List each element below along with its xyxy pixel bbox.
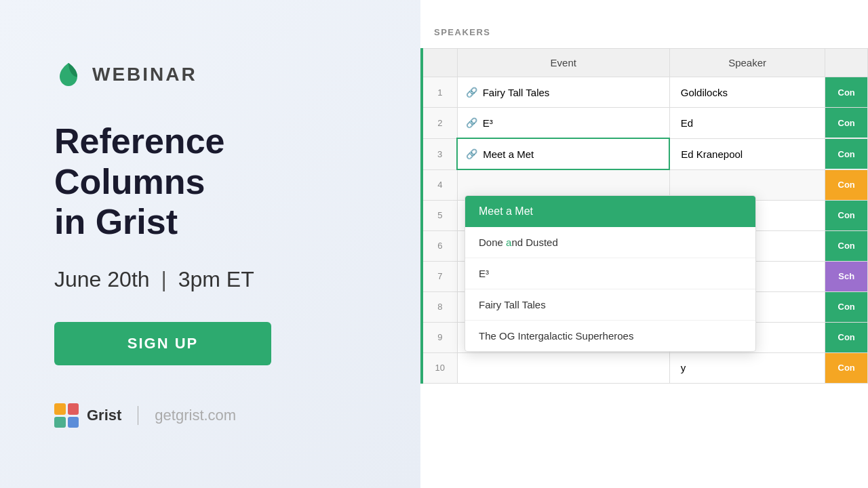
speaker-cell-10: y xyxy=(669,352,825,383)
event-text-1: Fairy Tall Tales xyxy=(483,87,550,98)
conf-cell-8: Con xyxy=(825,291,868,322)
col-header-conf xyxy=(825,49,868,77)
event-date: June 20th | 3pm ET xyxy=(54,267,366,292)
speaker-cell-3: Ed Kranepool xyxy=(669,138,825,169)
conf-badge-6: Con xyxy=(825,231,867,261)
dot-red xyxy=(68,403,79,415)
event-text-2: E³ xyxy=(483,117,493,129)
row-num-6: 6 xyxy=(422,230,457,261)
table-container: Event Speaker 1 🔗 Fairy Tall Tales Goldi… xyxy=(420,48,868,488)
row-num-1: 1 xyxy=(422,77,457,108)
dropdown-item-3[interactable]: Fairy Tall Tales xyxy=(465,289,755,321)
dropdown-overlay: Meet a Met Done and Dusted E³ Fairy Tall… xyxy=(465,195,756,352)
dropdown-item-2[interactable]: E³ xyxy=(465,258,755,289)
right-panel: SPEAKERS Event Speaker 1 🔗 Fa xyxy=(420,0,868,488)
speakers-label: SPEAKERS xyxy=(420,27,868,48)
link-icon-3: 🔗 xyxy=(466,148,477,159)
webinar-label: WEBINAR xyxy=(92,64,197,85)
dot-green xyxy=(54,417,66,428)
conf-badge-7: Sch xyxy=(825,262,867,291)
left-panel: WEBINAR Reference Columns in Grist June … xyxy=(0,0,420,488)
conf-cell-10: Con xyxy=(825,352,868,383)
signup-button[interactable]: SIGN UP xyxy=(54,322,271,365)
conf-badge-2: Con xyxy=(825,108,867,138)
row-num-7: 7 xyxy=(422,261,457,291)
time-text: 3pm ET xyxy=(178,267,254,291)
conf-badge-9: Con xyxy=(825,323,867,352)
speaker-cell-1: Goldilocks xyxy=(669,77,825,108)
conf-cell-5: Con xyxy=(825,200,868,230)
table-row: 10 y Con xyxy=(422,352,868,383)
col-header-speaker: Speaker xyxy=(669,49,825,77)
dropdown-item-1[interactable]: Done and Dusted xyxy=(465,227,755,258)
conf-badge-3: Con xyxy=(825,139,867,169)
row-num-3: 3 xyxy=(422,138,457,169)
dropdown-item-4[interactable]: The OG Intergalactic Superheroes xyxy=(465,321,755,351)
conf-cell-9: Con xyxy=(825,322,868,352)
dot-orange xyxy=(54,403,66,415)
table-row: 2 🔗 E³ Ed Con xyxy=(422,108,868,139)
row-num-4: 4 xyxy=(422,169,457,200)
conf-cell-2: Con xyxy=(825,108,868,139)
row-num-5: 5 xyxy=(422,200,457,230)
col-header-rownum xyxy=(422,49,457,77)
event-cell-2[interactable]: 🔗 E³ xyxy=(457,108,669,139)
conf-badge-5: Con xyxy=(825,201,867,230)
row-num-2: 2 xyxy=(422,108,457,139)
date-separator: | xyxy=(161,267,166,291)
link-icon-2: 🔗 xyxy=(466,117,477,128)
grist-brand: Grist xyxy=(54,403,121,428)
conf-cell-4: Con xyxy=(825,169,868,200)
grist-dots-icon xyxy=(54,403,79,428)
col-header-event: Event xyxy=(457,49,669,77)
event-cell-1[interactable]: 🔗 Fairy Tall Tales xyxy=(457,77,669,108)
main-title: Reference Columns in Grist xyxy=(54,121,366,243)
link-icon-1: 🔗 xyxy=(466,87,477,98)
date-text: June 20th xyxy=(54,267,150,291)
highlight-text: a xyxy=(506,237,511,248)
conf-badge-8: Con xyxy=(825,292,867,322)
conf-cell-6: Con xyxy=(825,230,868,261)
grist-brand-name: Grist xyxy=(87,407,121,424)
dot-blue xyxy=(68,417,79,428)
brand-divider xyxy=(138,406,138,425)
title-line1: Reference Columns xyxy=(54,121,224,201)
title-line2: in Grist xyxy=(54,202,178,241)
row-num-9: 9 xyxy=(422,322,457,352)
conf-badge-4: Con xyxy=(825,170,867,200)
table-row: 1 🔗 Fairy Tall Tales Goldilocks Con xyxy=(422,77,868,108)
conf-cell-1: Con xyxy=(825,77,868,108)
conf-badge-10: Con xyxy=(825,353,867,383)
row-num-10: 10 xyxy=(422,352,457,383)
conf-badge-1: Con xyxy=(825,77,867,107)
footer-brand: Grist getgrist.com xyxy=(54,403,366,428)
conf-cell-3: Con xyxy=(825,138,868,169)
row-num-8: 8 xyxy=(422,291,457,322)
grist-logo-icon xyxy=(54,60,83,89)
speaker-cell-2: Ed xyxy=(669,108,825,139)
table-row-active: 3 🔗 Meet a Met Ed Kranepool Con xyxy=(422,138,868,169)
event-cell-3[interactable]: 🔗 Meet a Met xyxy=(457,138,669,169)
dropdown-selected-item: Meet a Met xyxy=(465,196,755,227)
table-header-row: Event Speaker xyxy=(422,49,868,77)
event-cell-10[interactable] xyxy=(457,352,669,383)
brand-url: getgrist.com xyxy=(155,407,236,424)
conf-cell-7: Sch xyxy=(825,261,868,291)
event-text-3: Meet a Met xyxy=(483,148,534,160)
logo-area: WEBINAR xyxy=(54,60,366,89)
